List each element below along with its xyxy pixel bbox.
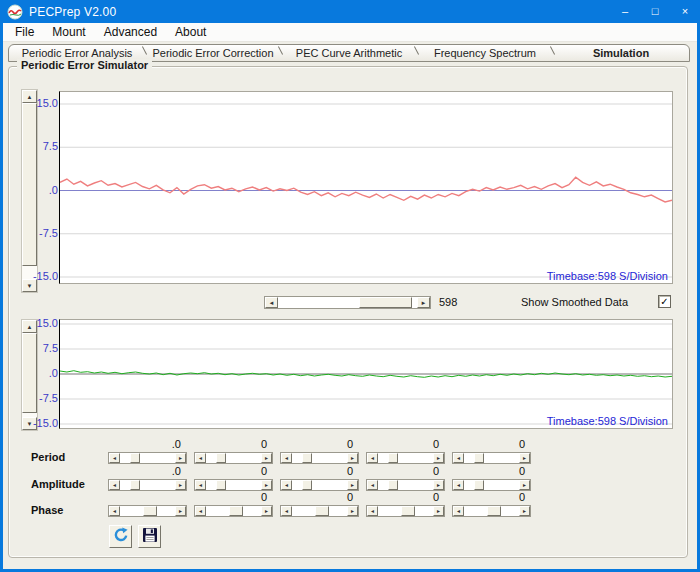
scroll-left-icon[interactable]: ◄	[367, 453, 378, 463]
slider-row-label-period: Period	[31, 451, 65, 463]
scroll-left-icon[interactable]: ◄	[281, 453, 292, 463]
period-slider-2[interactable]: ◄►	[194, 452, 273, 464]
y-tick-label: .0	[49, 367, 58, 379]
scroll-right-icon[interactable]: ►	[261, 480, 272, 490]
scroll-left-icon[interactable]: ◄	[195, 506, 206, 516]
bottom-chart-timebase-label: Timebase:598 S/Division	[547, 415, 668, 427]
refresh-simulation-button[interactable]	[109, 525, 132, 548]
close-icon[interactable]: ×	[670, 0, 700, 23]
scroll-left-icon[interactable]: ◄	[367, 506, 378, 516]
menu-item-about[interactable]: About	[166, 23, 215, 41]
scroll-left-icon[interactable]: ◄	[453, 480, 464, 490]
amplitude-slider-5[interactable]: ◄►	[452, 479, 531, 491]
scroll-right-icon[interactable]: ►	[519, 453, 530, 463]
period-slider-thumb-4[interactable]	[388, 453, 398, 463]
phase-slider-thumb-5[interactable]	[487, 506, 501, 516]
scroll-left-icon[interactable]: ◄	[109, 506, 120, 516]
amplitude-slider-thumb-5[interactable]	[474, 480, 484, 490]
scroll-left-icon[interactable]: ◄	[109, 480, 120, 490]
phase-slider-1[interactable]: ◄►	[108, 505, 187, 517]
period-slider-5[interactable]: ◄►	[452, 452, 531, 464]
top-chart-scrollbar-thumb[interactable]	[22, 103, 37, 266]
scroll-left-icon[interactable]: ◄	[195, 453, 206, 463]
amplitude-slider-4[interactable]: ◄►	[366, 479, 445, 491]
period-slider-thumb-5[interactable]	[474, 453, 484, 463]
tab-frequency-spectrum[interactable]: Frequency Spectrum	[417, 45, 553, 61]
phase-slider-thumb-1[interactable]	[143, 506, 157, 516]
top-chart-vertical-scrollbar[interactable]: ▲ ▼	[21, 89, 38, 293]
scroll-right-icon[interactable]: ►	[175, 506, 186, 516]
maximize-icon[interactable]: □	[640, 0, 670, 23]
tab-pec-curve-arithmetic[interactable]: PEC Curve Arithmetic	[281, 45, 417, 61]
period-slider-thumb-3[interactable]	[302, 453, 312, 463]
scroll-right-icon[interactable]: ►	[433, 480, 444, 490]
scroll-right-icon[interactable]: ►	[261, 453, 272, 463]
minimize-icon[interactable]: –	[610, 0, 640, 23]
scroll-right-icon[interactable]: ►	[519, 506, 530, 516]
period-value-5: 0	[485, 438, 525, 450]
client-area: FileMountAdvancedAbout Periodic Error An…	[3, 23, 697, 569]
scroll-right-icon[interactable]: ►	[175, 480, 186, 490]
show-smoothed-data-checkbox[interactable]: ✓	[658, 295, 671, 308]
scroll-left-icon[interactable]: ◄	[265, 297, 278, 308]
amplitude-value-3: 0	[313, 465, 353, 477]
period-slider-4[interactable]: ◄►	[366, 452, 445, 464]
top-chart-plot: Timebase:598 S/Division	[59, 91, 673, 284]
slider-row-label-phase: Phase	[31, 504, 63, 516]
scroll-left-icon[interactable]: ◄	[453, 506, 464, 516]
amplitude-value-4: 0	[399, 465, 439, 477]
bottom-chart-vertical-scrollbar[interactable]: ▲ ▼	[21, 319, 38, 431]
amplitude-slider-thumb-1[interactable]	[130, 480, 140, 490]
scroll-right-icon[interactable]: ►	[347, 453, 358, 463]
scroll-left-icon[interactable]: ◄	[281, 480, 292, 490]
slider-row-label-amplitude: Amplitude	[31, 478, 85, 490]
menu-item-file[interactable]: File	[6, 23, 43, 41]
period-slider-thumb-2[interactable]	[216, 453, 226, 463]
phase-slider-5[interactable]: ◄►	[452, 505, 531, 517]
tab-periodic-error-correction[interactable]: Periodic Error Correction	[145, 45, 281, 61]
menu-bar: FileMountAdvancedAbout	[3, 23, 697, 42]
scroll-right-icon[interactable]: ►	[347, 480, 358, 490]
timebase-scrollbar-thumb[interactable]	[359, 297, 412, 308]
amplitude-slider-thumb-3[interactable]	[302, 480, 312, 490]
bottom-chart-plot: Timebase:598 S/Division	[59, 319, 673, 429]
phase-slider-thumb-3[interactable]	[315, 506, 329, 516]
scroll-right-icon[interactable]: ►	[261, 506, 272, 516]
scroll-right-icon[interactable]: ►	[175, 453, 186, 463]
period-value-4: 0	[399, 438, 439, 450]
amplitude-slider-1[interactable]: ◄►	[108, 479, 187, 491]
scroll-up-icon[interactable]: ▲	[22, 320, 37, 333]
amplitude-slider-2[interactable]: ◄►	[194, 479, 273, 491]
scroll-left-icon[interactable]: ◄	[367, 480, 378, 490]
timebase-horizontal-scrollbar[interactable]: ◄ ►	[264, 296, 431, 309]
scroll-left-icon[interactable]: ◄	[195, 480, 206, 490]
period-slider-1[interactable]: ◄►	[108, 452, 187, 464]
scroll-right-icon[interactable]: ►	[519, 480, 530, 490]
save-simulation-button[interactable]	[138, 525, 161, 548]
amplitude-slider-thumb-4[interactable]	[388, 480, 398, 490]
menu-item-mount[interactable]: Mount	[43, 23, 94, 41]
phase-slider-thumb-4[interactable]	[401, 506, 415, 516]
period-slider-3[interactable]: ◄►	[280, 452, 359, 464]
bottom-chart-scrollbar-thumb[interactable]	[22, 333, 37, 413]
scroll-up-icon[interactable]: ▲	[22, 90, 37, 103]
amplitude-slider-thumb-2[interactable]	[216, 480, 226, 490]
scroll-left-icon[interactable]: ◄	[109, 453, 120, 463]
phase-slider-2[interactable]: ◄►	[194, 505, 273, 517]
scroll-right-icon[interactable]: ►	[433, 453, 444, 463]
menu-item-advanced[interactable]: Advanced	[95, 23, 166, 41]
phase-value-2: 0	[227, 491, 267, 503]
refresh-icon	[113, 527, 129, 547]
scroll-left-icon[interactable]: ◄	[453, 453, 464, 463]
scroll-right-icon[interactable]: ►	[417, 297, 430, 308]
phase-slider-4[interactable]: ◄►	[366, 505, 445, 517]
phase-slider-3[interactable]: ◄►	[280, 505, 359, 517]
phase-slider-thumb-2[interactable]	[229, 506, 243, 516]
scroll-right-icon[interactable]: ►	[347, 506, 358, 516]
period-slider-thumb-1[interactable]	[130, 453, 140, 463]
scroll-right-icon[interactable]: ►	[433, 506, 444, 516]
title-bar: PECPrep V2.00 – □ ×	[0, 0, 700, 23]
tab-simulation[interactable]: Simulation	[553, 45, 689, 61]
amplitude-slider-3[interactable]: ◄►	[280, 479, 359, 491]
scroll-left-icon[interactable]: ◄	[281, 506, 292, 516]
